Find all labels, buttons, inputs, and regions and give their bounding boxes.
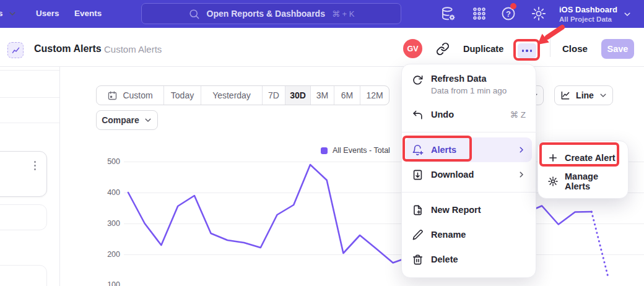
compare-button[interactable]: Compare: [96, 110, 158, 130]
range-30d-selected[interactable]: 30D: [285, 86, 310, 105]
chevron-right-icon: [517, 170, 526, 179]
y-axis-tick: 100: [98, 280, 120, 286]
menu-item-delete[interactable]: Delete: [402, 247, 536, 272]
breadcrumb: Custom Alerts: [104, 44, 162, 54]
close-button[interactable]: Close: [562, 43, 588, 54]
apps-grid-icon: [471, 6, 487, 22]
global-search-button[interactable]: Open Reports & Dashboards ⌘ + K: [141, 3, 401, 24]
search-shortcut: ⌘ + K: [332, 9, 355, 19]
menu-item-label: Download: [431, 170, 474, 180]
plus-icon: [547, 152, 559, 163]
nav-item-users[interactable]: Users: [36, 9, 59, 18]
nav-item-boards-truncated[interactable]: s: [0, 9, 17, 18]
legend-swatch: [321, 147, 328, 154]
app-window: s Users Events Open Reports & Dashboards…: [0, 0, 644, 286]
chart-line-projected: [591, 212, 608, 277]
menu-item-label: Undo: [431, 110, 454, 119]
menu-item-download[interactable]: Download: [402, 162, 536, 187]
download-file-icon: [412, 169, 424, 181]
report-type-chip: [7, 42, 24, 58]
menu-item-undo[interactable]: Undo ⌘ Z: [402, 102, 536, 127]
search-icon: [188, 8, 200, 20]
menu-item-label: Delete: [431, 254, 458, 264]
menu-item-refresh-data[interactable]: Refresh Data Data from 1 min ago: [402, 70, 536, 102]
apps-grid-button[interactable]: [471, 6, 487, 22]
menu-divider: [402, 192, 536, 193]
bell-plus-icon: [412, 144, 424, 156]
sidebar-divider: [0, 70, 59, 71]
sidebar-card[interactable]: [0, 204, 47, 230]
sidebar-card[interactable]: [0, 265, 47, 286]
menu-item-rename[interactable]: Rename: [402, 222, 536, 247]
card-kebab-menu[interactable]: [34, 161, 36, 170]
database-gear-icon: [440, 6, 456, 22]
nav-truncated-label: s: [0, 9, 3, 18]
report-header: Custom Alerts Custom Alerts GV Duplicate…: [0, 28, 644, 67]
y-axis-tick: 400: [98, 188, 120, 197]
calendar-icon: [107, 90, 118, 101]
header-divider: [550, 38, 550, 57]
chevron-down-icon: [144, 116, 152, 124]
project-selector[interactable]: iOS Dashboard All Project Data: [559, 2, 640, 25]
range-6m[interactable]: 6M: [334, 86, 360, 105]
submenu-item-manage-alerts[interactable]: Manage Alerts: [538, 170, 628, 193]
pencil-icon: [412, 229, 424, 241]
file-plus-icon: [412, 204, 424, 216]
link-icon: [436, 42, 450, 56]
chart-type-button[interactable]: Line: [554, 85, 613, 105]
range-7d[interactable]: 7D: [262, 86, 285, 105]
page-title: Custom Alerts: [34, 43, 102, 54]
chevron-down-icon: [8, 9, 17, 18]
y-axis-tick: 300: [98, 219, 120, 228]
reports-sidebar: [0, 67, 60, 286]
mini-line-chart-icon: [12, 47, 20, 54]
menu-item-alerts[interactable]: Alerts: [406, 137, 532, 162]
date-range-control: Custom Today Yesterday 7D 30D 3M 6M 12M: [96, 85, 389, 105]
sidebar-divider: [0, 97, 59, 98]
project-name: iOS Dashboard: [559, 5, 617, 14]
submenu-item-label: Create Alert: [565, 153, 616, 163]
legend-label: All Events - Total: [333, 146, 390, 155]
ellipsis-icon: [522, 50, 524, 52]
search-placeholder: Open Reports & Dashboards: [207, 9, 325, 19]
menu-item-new-report[interactable]: New Report: [402, 197, 536, 222]
notification-dot: [510, 3, 516, 9]
trash-icon: [412, 254, 424, 266]
submenu-item-label: Manage Alerts: [565, 171, 619, 191]
menu-item-sublabel: Data from 1 min ago: [431, 86, 507, 95]
menu-item-label: Rename: [431, 230, 466, 240]
menu-divider: [402, 132, 536, 132]
range-yesterday[interactable]: Yesterday: [201, 86, 262, 105]
y-axis-tick: 500: [98, 157, 120, 166]
nav-item-events[interactable]: Events: [74, 9, 102, 18]
more-options-button[interactable]: [518, 43, 536, 58]
svg-text:?: ?: [506, 9, 511, 19]
project-scope: All Project Data: [559, 15, 617, 23]
chevron-right-icon: [517, 145, 526, 154]
range-today[interactable]: Today: [163, 86, 201, 105]
line-chart-icon: [560, 90, 571, 101]
menu-item-label: New Report: [431, 205, 481, 215]
top-navbar: s Users Events Open Reports & Dashboards…: [0, 0, 644, 28]
duplicate-button[interactable]: Duplicate: [463, 44, 503, 54]
gridline: [124, 254, 644, 255]
data-management-button[interactable]: [440, 6, 456, 22]
menu-item-shortcut: ⌘ Z: [510, 110, 526, 119]
range-custom[interactable]: Custom: [97, 86, 163, 105]
sidebar-divider: [0, 123, 59, 123]
settings-button[interactable]: [531, 6, 547, 22]
save-button[interactable]: Save: [601, 39, 634, 59]
avatar[interactable]: GV: [403, 39, 422, 58]
menu-item-label: Alerts: [431, 145, 456, 155]
range-3m[interactable]: 3M: [310, 86, 334, 105]
chevron-down-icon: [599, 91, 607, 100]
chevron-down-icon: [623, 10, 632, 19]
sidebar-card-selected[interactable]: [0, 151, 47, 197]
range-12m[interactable]: 12M: [360, 86, 389, 105]
gridline: [124, 223, 644, 224]
chart-legend: All Events - Total: [321, 146, 390, 155]
alerts-submenu: Create Alert Manage Alerts: [537, 141, 629, 199]
submenu-item-create-alert[interactable]: Create Alert: [538, 146, 628, 170]
menu-item-label: Refresh Data: [431, 74, 507, 84]
copy-link-button[interactable]: [436, 42, 450, 56]
